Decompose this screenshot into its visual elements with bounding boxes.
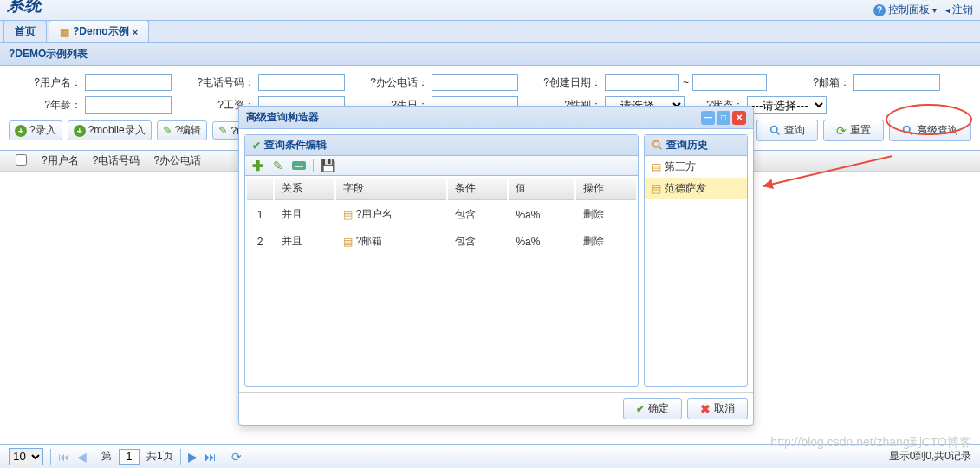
adv-query-label: 高级查询 bbox=[917, 123, 958, 138]
adv-query-dialog: 高级查询构造器 — □ ✕ ✔ 查询条件编辑 ✚ ✎ — 💾 bbox=[238, 106, 754, 172]
query-button[interactable]: 查询 bbox=[756, 120, 818, 141]
tab-demo[interactable]: ▦ ?Demo示例 × bbox=[49, 20, 149, 42]
chevron-down-icon: ▾ bbox=[932, 5, 937, 15]
top-bar: 系统 ? 控制面板 ▾ ◂ 注销 bbox=[0, 0, 980, 21]
conditions-toolbar: ✚ ✎ — 💾 bbox=[245, 156, 638, 172]
logout-link[interactable]: ◂ 注销 bbox=[945, 3, 973, 17]
add-label: ?录入 bbox=[29, 123, 56, 138]
plus-icon: + bbox=[74, 125, 86, 137]
save-icon[interactable]: 💾 bbox=[321, 159, 334, 172]
input-age[interactable] bbox=[85, 96, 172, 114]
history-panel: 查询历史 ▤ 第三方 ▤ 范德萨发 bbox=[644, 134, 748, 172]
control-panel-label: 控制面板 bbox=[888, 3, 930, 17]
search-icon bbox=[902, 125, 913, 136]
history-label: 第三方 bbox=[665, 159, 696, 172]
edit-condition-button[interactable]: ✎ bbox=[271, 159, 285, 172]
input-email[interactable] bbox=[853, 74, 940, 91]
separator bbox=[313, 159, 314, 172]
query-label: 查询 bbox=[784, 123, 805, 138]
history-header: 查询历史 bbox=[645, 135, 747, 156]
add-condition-button[interactable]: ✚ bbox=[250, 159, 264, 172]
tab-demo-label: ?Demo示例 bbox=[73, 24, 129, 39]
section-title: ?DEMO示例列表 bbox=[0, 43, 980, 66]
svg-point-2 bbox=[904, 127, 910, 133]
svg-point-0 bbox=[771, 127, 777, 133]
edit-button[interactable]: ✎?编辑 bbox=[157, 120, 208, 140]
reset-button[interactable]: ⟳重置 bbox=[823, 120, 884, 141]
delete-condition-button[interactable]: — bbox=[292, 161, 306, 170]
document-icon: ▤ bbox=[652, 161, 661, 172]
label-email: ?邮箱： bbox=[777, 75, 853, 90]
maximize-button[interactable]: □ bbox=[717, 111, 730, 125]
label-office: ?办公电话： bbox=[355, 75, 432, 90]
pencil-icon: ✎ bbox=[218, 124, 228, 137]
tab-strip: 首页 ▦ ?Demo示例 × bbox=[0, 21, 980, 43]
label-username: ?用户名： bbox=[9, 75, 85, 90]
svg-line-1 bbox=[776, 132, 779, 134]
reset-label: 重置 bbox=[850, 123, 871, 138]
dialog-title: 高级查询构造器 bbox=[246, 110, 319, 125]
history-title: 查询历史 bbox=[666, 138, 708, 153]
document-icon: ▦ bbox=[60, 26, 69, 38]
close-icon[interactable]: × bbox=[133, 27, 138, 37]
adv-query-button[interactable]: 高级查询 bbox=[889, 120, 971, 141]
logout-icon: ◂ bbox=[945, 5, 950, 15]
tilde: ~ bbox=[679, 76, 692, 88]
logout-label: 注销 bbox=[952, 3, 973, 17]
input-date-from[interactable] bbox=[605, 74, 679, 91]
label-createdate: ?创建日期： bbox=[529, 75, 605, 90]
top-links: ? 控制面板 ▾ ◂ 注销 bbox=[873, 3, 973, 17]
conditions-title: 查询条件编辑 bbox=[264, 138, 327, 153]
dialog-title-bar[interactable]: 高级查询构造器 — □ ✕ bbox=[239, 107, 753, 129]
svg-line-3 bbox=[909, 132, 912, 134]
close-button[interactable]: ✕ bbox=[732, 111, 746, 125]
edit-label: ?编辑 bbox=[175, 123, 202, 138]
add-button[interactable]: +?录入 bbox=[9, 120, 62, 140]
input-phone[interactable] bbox=[258, 74, 345, 91]
svg-point-5 bbox=[653, 141, 659, 147]
select-all-checkbox[interactable] bbox=[16, 154, 27, 166]
help-icon: ? bbox=[873, 4, 886, 16]
label-age: ?年龄： bbox=[9, 98, 85, 113]
plus-icon: + bbox=[15, 125, 27, 137]
input-username[interactable] bbox=[85, 74, 172, 91]
app-title: 系统 bbox=[7, 0, 42, 21]
col-office[interactable]: ?办公电话 bbox=[146, 153, 208, 168]
refresh-icon: ⟳ bbox=[836, 124, 847, 138]
label-phone: ?电话号码： bbox=[182, 75, 258, 90]
tab-home[interactable]: 首页 bbox=[3, 20, 47, 42]
select-status[interactable]: ---请选择--- bbox=[747, 96, 827, 114]
mobile-add-label: ?mobile录入 bbox=[88, 123, 146, 138]
mobile-add-button[interactable]: +?mobile录入 bbox=[68, 120, 152, 140]
pencil-icon: ✎ bbox=[163, 124, 172, 137]
input-office[interactable] bbox=[432, 74, 518, 91]
search-icon bbox=[652, 140, 663, 151]
control-panel-link[interactable]: ? 控制面板 ▾ bbox=[873, 3, 937, 17]
check-icon: ✔ bbox=[252, 140, 261, 152]
conditions-panel: ✔ 查询条件编辑 ✚ ✎ — 💾 关系 字段 条件 值 操 bbox=[244, 134, 639, 172]
input-date-to[interactable] bbox=[692, 74, 767, 91]
conditions-header: ✔ 查询条件编辑 bbox=[245, 135, 638, 156]
svg-line-6 bbox=[659, 146, 661, 149]
minimize-button[interactable]: — bbox=[701, 111, 715, 125]
search-icon bbox=[769, 125, 781, 136]
history-item[interactable]: ▤ 第三方 bbox=[645, 156, 747, 172]
col-phone[interactable]: ?电话号码 bbox=[86, 153, 147, 168]
col-username[interactable]: ?用户名 bbox=[35, 153, 86, 168]
tab-home-label: 首页 bbox=[15, 24, 36, 39]
